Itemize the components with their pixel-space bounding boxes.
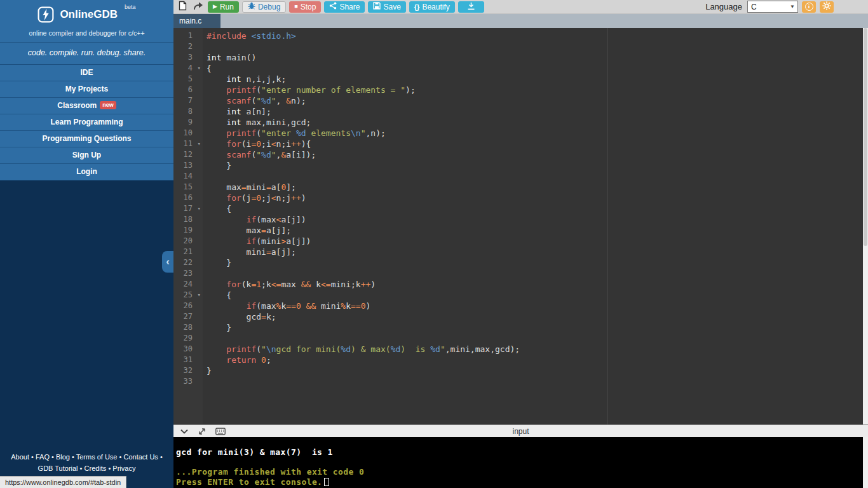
sidebar-header[interactable]: OnlineGDBbeta online compiler and debugg… <box>0 0 173 43</box>
stop-button[interactable]: ■ Stop <box>289 1 321 13</box>
gutter-line-number[interactable]: 16 <box>173 193 203 203</box>
editor-scrollbar[interactable] <box>863 28 868 424</box>
code-line: int a[n]; <box>207 106 863 117</box>
new-file-button[interactable] <box>177 1 188 13</box>
beautify-button[interactable]: {} Beautify <box>409 1 455 13</box>
main-area: ▶ Run Debug ■ Stop Share Save {} Beauti <box>173 0 868 488</box>
expand-console-icon[interactable] <box>198 427 207 436</box>
collapse-console-icon[interactable] <box>180 428 189 435</box>
gutter-line-number[interactable]: 15 <box>173 182 203 193</box>
fold-toggle-icon[interactable]: ▾ <box>198 203 201 214</box>
keyboard-icon[interactable] <box>215 428 226 435</box>
tab-bar: main.c <box>173 14 868 28</box>
toolbar: ▶ Run Debug ■ Stop Share Save {} Beauti <box>173 0 868 14</box>
info-button[interactable]: i <box>802 1 816 13</box>
menu-label: Programming Questions <box>42 134 131 143</box>
console-scrollbar[interactable] <box>863 437 868 488</box>
code-line: if(max<a[j]) <box>207 214 863 225</box>
code-editor[interactable]: 1234▾567891011▾121314151617▾181920212223… <box>173 28 868 424</box>
fork-button[interactable] <box>191 1 205 13</box>
language-select[interactable]: C ▼ <box>747 1 798 13</box>
gutter-line-number[interactable]: 33 <box>173 376 203 387</box>
sidebar-collapse-button[interactable]: ‹ <box>162 251 173 273</box>
chevron-left-icon: ‹ <box>166 255 170 268</box>
fold-toggle-icon[interactable]: ▾ <box>198 139 201 149</box>
save-button[interactable]: Save <box>368 1 405 13</box>
fold-toggle-icon[interactable]: ▾ <box>198 290 201 301</box>
share-button[interactable]: Share <box>324 1 365 13</box>
gutter-line-number[interactable]: 11▾ <box>173 139 203 149</box>
gutter-line-number[interactable]: 5 <box>173 74 203 85</box>
sidebar-item-login[interactable]: Login <box>0 164 173 180</box>
logo[interactable]: OnlineGDBbeta <box>0 5 173 29</box>
gutter-line-number[interactable]: 21 <box>173 247 203 257</box>
save-floppy-icon <box>373 2 381 11</box>
debug-button[interactable]: Debug <box>242 1 286 13</box>
sidebar-item-ide[interactable]: IDE <box>0 65 173 81</box>
gutter-line-number[interactable]: 26 <box>173 301 203 311</box>
gutter-line-number[interactable]: 14 <box>173 171 203 182</box>
code-line: mini=a[j]; <box>207 247 863 257</box>
gutter-line-number[interactable]: 30 <box>173 344 203 355</box>
gutter-line-number[interactable]: 8 <box>173 106 203 117</box>
gutter-line-number[interactable]: 32 <box>173 365 203 376</box>
footer-links-line1[interactable]: About • FAQ • Blog • Terms of Use • Cont… <box>0 451 173 463</box>
gutter-line-number[interactable]: 23 <box>173 268 203 279</box>
code-line: { <box>207 290 863 301</box>
gutter-line-number[interactable]: 20 <box>173 236 203 247</box>
sidebar-item-programming-questions[interactable]: Programming Questions <box>0 131 173 147</box>
info-icon: i <box>805 3 813 11</box>
editor-gutter[interactable]: 1234▾567891011▾121314151617▾181920212223… <box>173 28 203 424</box>
code-line: max=a[j]; <box>207 225 863 236</box>
settings-button[interactable] <box>820 1 834 13</box>
gutter-line-number[interactable]: 6 <box>173 85 203 95</box>
gutter-line-number[interactable]: 1 <box>173 30 203 41</box>
play-icon: ▶ <box>213 4 217 10</box>
gutter-line-number[interactable]: 13 <box>173 160 203 171</box>
code-line <box>207 268 863 279</box>
toolbar-right: Language C ▼ i <box>705 1 834 13</box>
gutter-line-number[interactable]: 24 <box>173 279 203 290</box>
console-input-label: input <box>512 427 529 436</box>
gutter-line-number[interactable]: 10 <box>173 128 203 139</box>
code-line: return 0; <box>207 355 863 365</box>
sidebar-item-my-projects[interactable]: My Projects <box>0 81 173 98</box>
gutter-line-number[interactable]: 28 <box>173 322 203 333</box>
code-line: int n,i,j,k; <box>207 74 863 85</box>
menu-label: IDE <box>80 68 93 77</box>
editor-scrollbar-thumb[interactable] <box>864 28 867 246</box>
gutter-line-number[interactable]: 29 <box>173 333 203 344</box>
tab-main-c[interactable]: main.c <box>173 14 220 28</box>
gutter-line-number[interactable]: 27 <box>173 311 203 322</box>
run-button[interactable]: ▶ Run <box>208 1 239 13</box>
gutter-line-number[interactable]: 3 <box>173 52 203 63</box>
run-label: Run <box>220 3 234 11</box>
code-line: #include <stdio.h> <box>207 30 863 41</box>
code-line: { <box>207 203 863 214</box>
sidebar-item-classroom[interactable]: Classroomnew <box>0 98 173 114</box>
download-button[interactable] <box>458 1 484 13</box>
gutter-line-number[interactable]: 19 <box>173 225 203 236</box>
console-output[interactable]: gcd for mini(3) & max(7) is 1...Program … <box>173 437 868 488</box>
sidebar-item-sign-up[interactable]: Sign Up <box>0 147 173 164</box>
sidebar-item-learn-programming[interactable]: Learn Programming <box>0 114 173 131</box>
footer-links-line2[interactable]: GDB Tutorial • Credits • Privacy <box>0 463 173 474</box>
bug-icon <box>248 2 255 11</box>
gutter-line-number[interactable]: 2 <box>173 41 203 52</box>
gear-icon <box>822 1 831 12</box>
console-cursor <box>324 478 329 486</box>
gutter-line-number[interactable]: 12 <box>173 149 203 160</box>
menu-label: Classroom <box>57 101 97 110</box>
share-label: Share <box>339 3 360 11</box>
stop-icon: ■ <box>294 4 297 10</box>
gutter-line-number[interactable]: 9 <box>173 117 203 128</box>
gutter-line-number[interactable]: 18 <box>173 214 203 225</box>
gutter-line-number[interactable]: 4▾ <box>173 63 203 74</box>
fold-toggle-icon[interactable]: ▾ <box>198 63 201 74</box>
gutter-line-number[interactable]: 17▾ <box>173 203 203 214</box>
tagline: code. compile. run. debug. share. <box>0 43 173 65</box>
gutter-line-number[interactable]: 31 <box>173 355 203 365</box>
gutter-line-number[interactable]: 22 <box>173 257 203 268</box>
gutter-line-number[interactable]: 25▾ <box>173 290 203 301</box>
gutter-line-number[interactable]: 7 <box>173 95 203 106</box>
